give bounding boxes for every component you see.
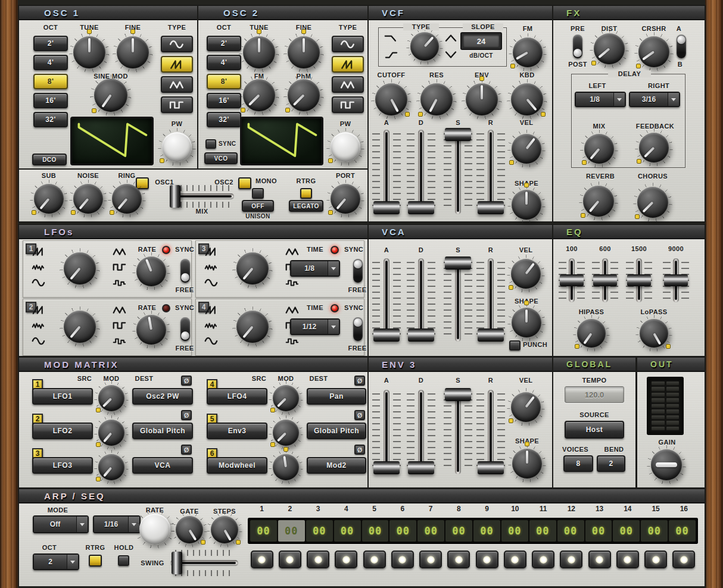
vca-decay-slider[interactable] <box>407 258 435 342</box>
vca-attack-slider[interactable] <box>372 258 401 342</box>
step-display[interactable]: 00 <box>501 520 528 542</box>
vcf-decay-slider[interactable] <box>407 130 435 214</box>
osc2-enable-button[interactable] <box>238 177 251 189</box>
step-display[interactable]: 00 <box>362 520 389 542</box>
osc2-type-square-button[interactable] <box>332 96 364 113</box>
vca-shape-knob[interactable] <box>512 308 541 337</box>
gain-knob[interactable] <box>651 449 682 480</box>
env3-decay-slider[interactable] <box>407 390 435 474</box>
step-display[interactable]: 00 <box>306 520 333 542</box>
delay-right-dropdown[interactable]: 3/16 <box>629 92 680 107</box>
unison-button[interactable]: OFF <box>242 200 274 212</box>
env3-vel-knob[interactable] <box>511 392 541 422</box>
slope-display[interactable]: 24 <box>460 32 502 50</box>
mod-row4-src-button[interactable]: LFO4 <box>207 388 267 405</box>
ring-knob[interactable] <box>112 184 142 214</box>
arp-steps-knob[interactable] <box>211 516 238 543</box>
mix-slider[interactable] <box>170 187 234 205</box>
reverb-knob[interactable] <box>583 186 614 217</box>
vca-vel-knob[interactable] <box>511 259 541 289</box>
mod-row3-invert-button[interactable]: Ø <box>181 445 192 455</box>
lfo3-time-dropdown[interactable]: 1/8 <box>290 260 340 277</box>
step-display[interactable]: 00 <box>669 520 696 542</box>
step-button[interactable] <box>529 550 557 569</box>
res-knob[interactable] <box>420 83 453 115</box>
mod-row6-dest-button[interactable]: Mod2 <box>307 457 366 474</box>
vcf-shape-knob[interactable] <box>512 190 541 220</box>
step-button[interactable] <box>585 550 613 569</box>
osc1-type-triangle-button[interactable] <box>161 76 193 93</box>
swing-slider[interactable] <box>170 552 238 574</box>
env3-release-slider[interactable] <box>476 390 505 474</box>
mod-row6-invert-button[interactable]: Ø <box>354 445 365 455</box>
lfo4-sync-free-toggle[interactable] <box>353 317 363 341</box>
osc2-oct-32[interactable]: 32' <box>207 112 241 127</box>
osc2-phm-knob[interactable] <box>288 79 320 111</box>
step-display[interactable]: 00 <box>278 520 305 542</box>
step-display[interactable]: 00 <box>473 520 500 542</box>
step-display[interactable]: 00 <box>445 520 472 542</box>
sub-knob[interactable] <box>34 184 64 214</box>
osc2-type-saw-button[interactable] <box>332 56 364 73</box>
lfo1-rate-knob[interactable] <box>136 257 166 286</box>
step-button[interactable] <box>332 550 360 569</box>
crshr-knob[interactable] <box>638 36 669 67</box>
osc1-sinemod-knob[interactable] <box>94 79 127 112</box>
osc2-sync-button[interactable] <box>205 139 216 149</box>
eq-band-100-slider[interactable] <box>559 258 585 302</box>
osc2-fm-knob[interactable] <box>243 79 275 111</box>
osc1-pw-knob[interactable] <box>162 132 192 162</box>
vcf-fm-knob[interactable] <box>513 37 543 67</box>
step-button[interactable] <box>388 550 416 569</box>
osc2-type-triangle-button[interactable] <box>332 76 364 93</box>
vca-sustain-slider[interactable] <box>444 258 472 342</box>
voices-button[interactable]: 8 <box>563 455 593 472</box>
mod-row5-dest-button[interactable]: Global Pitch <box>307 423 366 439</box>
chorus-knob[interactable] <box>637 187 668 218</box>
step-button[interactable] <box>670 550 698 569</box>
eq-band-600-slider[interactable] <box>592 258 618 302</box>
mod-row5-src-button[interactable]: Env3 <box>207 423 267 439</box>
step-button[interactable] <box>557 550 585 569</box>
step-button[interactable] <box>613 550 641 569</box>
mod-row4-invert-button[interactable]: Ø <box>354 376 365 386</box>
lopass-knob[interactable] <box>640 319 668 348</box>
osc1-oct-4[interactable]: 4' <box>33 55 68 70</box>
osc1-type-sine-button[interactable] <box>161 36 193 52</box>
mod-row3-amount-knob[interactable] <box>98 454 124 480</box>
osc2-fine-knob[interactable] <box>288 36 320 68</box>
osc2-tune-knob[interactable] <box>243 36 275 68</box>
step-display[interactable]: 00 <box>613 520 640 542</box>
arp-hold-button[interactable] <box>118 555 129 566</box>
mod-row1-src-button[interactable]: LFO1 <box>32 388 93 405</box>
step-display[interactable]: 00 <box>557 520 584 542</box>
lfo4-time-dropdown[interactable]: 1/12 <box>290 318 340 335</box>
eq-band-9000-slider[interactable] <box>663 258 689 302</box>
osc1-dco-button[interactable]: DCO <box>32 154 67 165</box>
cutoff-knob[interactable] <box>375 83 407 115</box>
mod-row3-dest-button[interactable]: VCA <box>132 457 193 474</box>
punch-button[interactable] <box>509 340 521 351</box>
noise-knob[interactable] <box>73 184 103 214</box>
mod-row2-invert-button[interactable]: Ø <box>181 410 192 420</box>
vcf-env-knob[interactable] <box>466 83 498 115</box>
crshr-ab-toggle[interactable] <box>677 35 686 58</box>
eq-band-1500-slider[interactable] <box>626 258 652 302</box>
step-button[interactable] <box>276 550 304 569</box>
arp-gate-knob[interactable] <box>176 516 203 543</box>
osc1-fine-knob[interactable] <box>117 36 149 68</box>
step-display[interactable]: 00 <box>417 520 444 542</box>
mono-button[interactable] <box>252 188 264 199</box>
mod-row5-amount-knob[interactable] <box>273 420 299 446</box>
osc1-oct-16[interactable]: 16' <box>33 93 68 108</box>
mod-row2-amount-knob[interactable] <box>98 420 124 446</box>
lfo4-wave-knob[interactable] <box>236 311 269 343</box>
rtrg-button[interactable] <box>300 188 312 199</box>
step-button[interactable] <box>417 550 445 569</box>
lfo2-wave-knob[interactable] <box>64 311 96 343</box>
lfo3-wave-knob[interactable] <box>236 252 269 284</box>
step-button[interactable] <box>642 550 670 569</box>
mod-row1-dest-button[interactable]: Osc2 PW <box>132 388 193 405</box>
step-button[interactable] <box>501 550 529 569</box>
step-button[interactable] <box>445 550 473 569</box>
